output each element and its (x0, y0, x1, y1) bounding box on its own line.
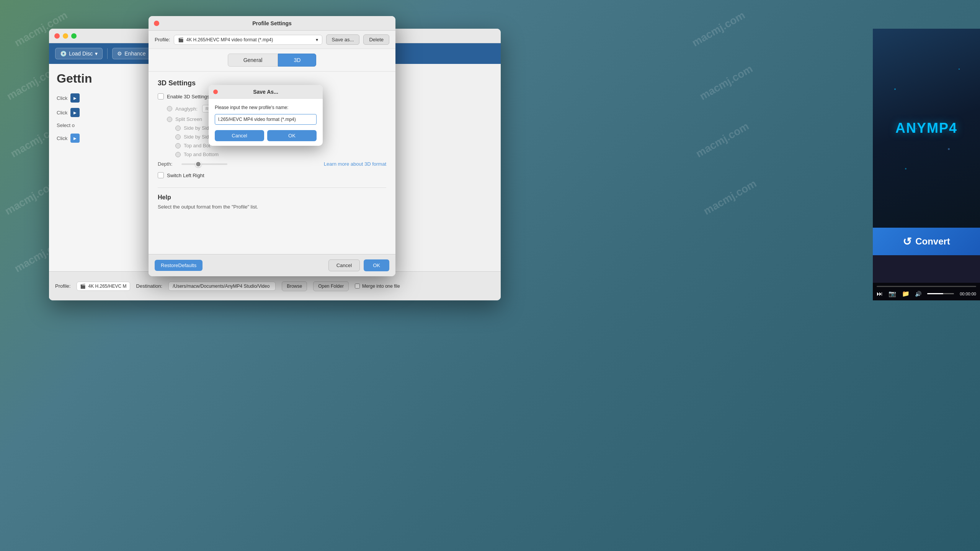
step-3: Select o (57, 122, 156, 128)
screenshot-button[interactable]: 📷 (889, 290, 896, 297)
ps-profile-select[interactable]: 🎬 4K H.265/HEVC MP4 video format (*.mp4)… (174, 35, 322, 45)
tab-general-label: General (243, 57, 263, 63)
right-preview-panel: ANYMP4 ⏭ 📷 📁 🔊 00:00:00 ↺ Convert (873, 29, 980, 300)
left-panel: Gettin Click ▶ Click ▶ Select o Click ▶ (49, 64, 164, 300)
ps-bottom-right: Cancel OK (328, 259, 389, 271)
profile-bottom-select[interactable]: 🎬 4K H.265/HEVC M (77, 282, 130, 291)
split-screen-label: Split Screen (175, 116, 202, 122)
sa-name-input[interactable] (215, 114, 317, 125)
profile-bottom-value: 4K H.265/HEVC M (88, 284, 126, 289)
disc-icon: 💿 (60, 51, 67, 57)
destination-label: Destination: (136, 283, 163, 289)
side-by-side-2-label: Side by Side (184, 134, 212, 140)
help-title: Help (158, 194, 386, 201)
sa-cancel-button[interactable]: Cancel (215, 130, 264, 141)
split-screen-radio (167, 117, 172, 122)
volume-icon: 🔊 (915, 291, 921, 297)
switch-left-right-label: Switch Left Right (167, 173, 204, 178)
anaglyph-radio (167, 106, 172, 111)
top-bottom-2-row: Top and Bottom (175, 152, 386, 157)
ps-titlebar: Profile Settings (149, 16, 395, 31)
help-text: Select the output format from the "Profi… (158, 204, 386, 210)
enhance-button[interactable]: ⚙ Enhance (112, 48, 150, 59)
merge-checkbox[interactable] (355, 284, 360, 289)
ps-title: Profile Settings (252, 20, 292, 26)
side-by-side-2-radio (175, 134, 181, 140)
sa-titlebar: Save As... (209, 85, 323, 99)
learn-more-link[interactable]: Learn more about 3D format (324, 161, 386, 167)
step-4: Click ▶ (57, 134, 156, 143)
step-1-text: Click (57, 95, 67, 101)
depth-slider[interactable] (181, 163, 227, 165)
time-display: 00:00:00 (960, 292, 976, 296)
toolbar-divider (107, 48, 108, 59)
side-by-side-1-radio (175, 126, 181, 131)
ps-dropdown-icon: ▾ (316, 37, 318, 42)
convert-button[interactable]: ↺ Convert (873, 228, 980, 255)
step-1: Click ▶ (57, 93, 156, 103)
sa-buttons: Cancel OK (215, 130, 317, 141)
tab-3d-label: 3D (294, 57, 301, 63)
merge-label: Merge into one file (362, 284, 400, 289)
ps-ok-button[interactable]: OK (364, 259, 389, 271)
side-by-side-1-label: Side by Side (184, 125, 212, 131)
top-bottom-2-radio (175, 152, 181, 157)
getting-started-title: Gettin (57, 72, 156, 86)
sa-close-button[interactable] (213, 90, 218, 94)
load-disc-label: Load Disc (69, 51, 93, 57)
anaglyph-label: Anaglyph: (175, 106, 198, 112)
preview-controls: ⏭ 📷 📁 🔊 00:00:00 (873, 283, 980, 300)
convert-icon: ↺ (903, 235, 911, 248)
switch-left-right-checkbox[interactable] (158, 172, 164, 178)
step-3-text: Select o (57, 122, 75, 128)
ps-profile-label: Profile: (155, 37, 170, 42)
convert-label: Convert (915, 236, 950, 247)
progress-bar[interactable] (877, 286, 976, 287)
ps-profile-bar: Profile: 🎬 4K H.265/HEVC MP4 video forma… (149, 31, 395, 49)
profile-bottom-label: Profile: (55, 283, 70, 289)
load-disc-button[interactable]: 💿 Load Disc ▾ (55, 48, 103, 59)
tab-general[interactable]: General (228, 54, 278, 67)
tab-3d[interactable]: 3D (278, 54, 316, 67)
top-bottom-1-label: Top and Bot (184, 143, 210, 148)
sa-title: Save As... (253, 89, 278, 95)
control-row: ⏭ 📷 📁 🔊 00:00:00 (877, 290, 976, 297)
folder-button[interactable]: 📁 (902, 290, 910, 297)
save-as-dialog: Save As... Please input the new profile'… (209, 85, 323, 146)
enhance-icon: ⚙ (117, 51, 122, 57)
ps-save-as-button[interactable]: Save as... (326, 34, 360, 45)
profile-icon-small: 🎬 (80, 284, 86, 289)
step-2: Click ▶ (57, 108, 156, 117)
ps-delete-button[interactable]: Delete (363, 34, 389, 45)
ps-close-button[interactable] (154, 21, 159, 26)
step-4-icon: ▶ (70, 134, 80, 143)
preview-video: ANYMP4 (873, 29, 980, 228)
step-2-text: Click (57, 110, 67, 116)
step-2-icon: ▶ (70, 108, 80, 117)
ps-tabs: General 3D (149, 49, 395, 72)
open-folder-button[interactable]: Open Folder (313, 281, 349, 291)
maximize-button[interactable] (71, 33, 77, 39)
destination-input[interactable] (168, 282, 276, 291)
step-1-icon: ▶ (70, 93, 80, 103)
enable-3d-label: Enable 3D Settings (167, 94, 209, 99)
ps-bottom-bar: RestoreDefaults Cancel OK (149, 254, 395, 276)
step-4-text: Click (57, 135, 67, 141)
top-bottom-1-radio (175, 143, 181, 148)
enable-3d-checkbox[interactable] (158, 93, 164, 99)
minimize-button[interactable] (63, 33, 68, 39)
sa-prompt: Please input the new profile's name: (215, 105, 317, 110)
volume-slider[interactable] (927, 293, 954, 294)
dropdown-arrow-icon: ▾ (95, 51, 98, 57)
sa-ok-button[interactable]: OK (267, 130, 317, 141)
restore-defaults-button[interactable]: RestoreDefaults (155, 260, 203, 271)
depth-slider-thumb (195, 161, 201, 167)
ps-cancel-button[interactable]: Cancel (328, 259, 360, 271)
browse-button[interactable]: Browse (282, 281, 307, 291)
anymp4-logo: ANYMP4 (895, 120, 957, 136)
close-button[interactable] (54, 33, 60, 39)
switch-left-right-row: Switch Left Right (158, 172, 386, 178)
depth-row: Depth: Learn more about 3D format (158, 161, 386, 167)
skip-to-end-button[interactable]: ⏭ (877, 290, 883, 297)
sa-content: Please input the new profile's name: Can… (209, 99, 323, 146)
